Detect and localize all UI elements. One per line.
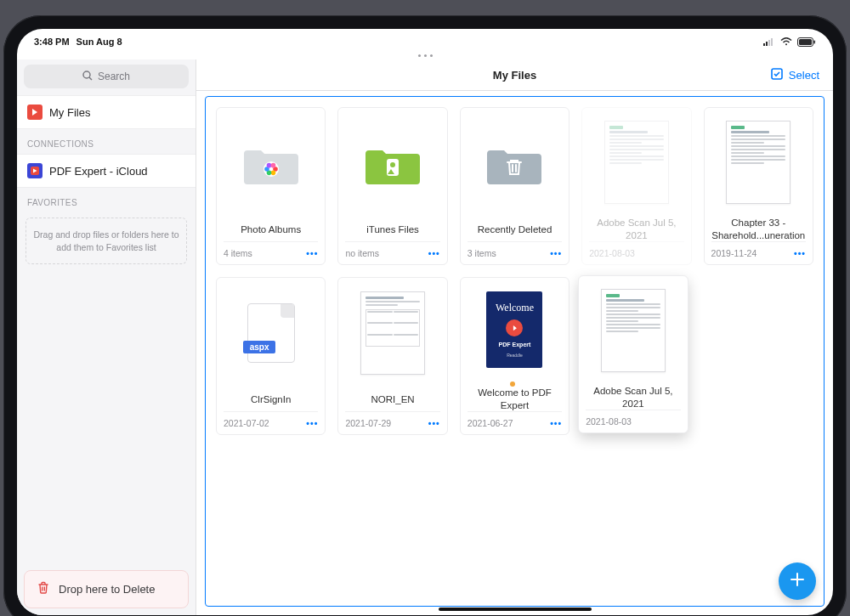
file-meta: 2019-11-24 bbox=[711, 248, 757, 258]
file-tile[interactable]: Recently Deleted 3 items ••• bbox=[460, 107, 570, 265]
svg-point-22 bbox=[390, 162, 395, 167]
home-indicator[interactable] bbox=[439, 608, 592, 611]
file-meta: 2021-07-02 bbox=[224, 418, 269, 428]
svg-point-19 bbox=[266, 162, 271, 167]
favorites-drop-zone[interactable]: Drag and drop files or folders here to a… bbox=[26, 218, 187, 264]
sidebar-item-label: My Files bbox=[49, 106, 90, 119]
search-icon bbox=[82, 71, 93, 83]
svg-rect-6 bbox=[799, 39, 812, 45]
file-more-button[interactable]: ••• bbox=[428, 248, 440, 258]
file-meta: 2021-06-27 bbox=[468, 418, 513, 428]
search-input[interactable]: Search bbox=[24, 65, 189, 88]
file-meta: no items bbox=[345, 248, 379, 258]
svg-point-16 bbox=[270, 170, 275, 175]
content-area: My Files Select Photo Albums 4 items •••… bbox=[196, 59, 833, 615]
file-thumbnail bbox=[345, 113, 439, 212]
trash-icon bbox=[37, 581, 50, 597]
file-tile[interactable]: WelcomePDF ExpertReaddle Welcome to PDF … bbox=[460, 277, 570, 435]
file-tile[interactable]: Chapter 33 - Sharehold...uneration 2019-… bbox=[704, 107, 813, 265]
svg-point-4 bbox=[785, 43, 787, 45]
sidebar-item-pdf-expert-icloud[interactable]: PDF Expert - iCloud bbox=[17, 154, 196, 188]
file-more-button[interactable]: ••• bbox=[428, 418, 440, 428]
wifi-icon bbox=[780, 37, 792, 46]
svg-line-9 bbox=[89, 77, 92, 80]
file-meta: 2021-08-03 bbox=[589, 248, 635, 258]
select-label: Select bbox=[789, 69, 819, 82]
sidebar-item-label: PDF Expert - iCloud bbox=[49, 165, 148, 178]
file-name: Welcome to PDF Expert bbox=[468, 381, 562, 411]
status-bar: 3:48 PM Sun Aug 8 bbox=[17, 29, 833, 51]
cellular-icon bbox=[763, 37, 775, 46]
select-button[interactable]: Select bbox=[770, 59, 819, 90]
file-tile[interactable]: aspx ClrSignIn 2021-07-02 ••• bbox=[216, 277, 326, 435]
status-date: Sun Aug 8 bbox=[76, 37, 122, 47]
file-thumbnail: WelcomePDF ExpertReaddle bbox=[468, 283, 562, 376]
file-thumbnail: aspx bbox=[224, 283, 318, 382]
file-more-button[interactable]: ••• bbox=[306, 248, 318, 258]
my-files-icon bbox=[27, 105, 42, 120]
file-tile[interactable]: NORI_EN 2021-07-29 ••• bbox=[337, 277, 447, 435]
delete-drop-zone[interactable]: Drop here to Delete bbox=[24, 570, 189, 608]
file-thumbnail bbox=[224, 113, 318, 212]
file-meta: 3 items bbox=[468, 248, 496, 258]
delete-drop-label: Drop here to Delete bbox=[59, 583, 155, 596]
sidebar: Search My Files CONNECTIONS PDF Expert -… bbox=[17, 59, 196, 615]
add-button[interactable] bbox=[779, 562, 816, 600]
file-thumbnail bbox=[468, 113, 562, 212]
toolbar: My Files Select bbox=[196, 59, 833, 91]
search-placeholder: Search bbox=[98, 71, 130, 82]
svg-rect-0 bbox=[763, 43, 765, 46]
file-tile[interactable]: Adobe Scan Jul 5, 2021 2021-08-03 bbox=[581, 107, 691, 265]
file-name: iTunes Files bbox=[345, 218, 439, 241]
svg-rect-3 bbox=[771, 38, 773, 46]
svg-point-20 bbox=[270, 162, 275, 167]
plus-icon bbox=[788, 570, 807, 592]
file-thumbnail bbox=[589, 113, 683, 212]
pdf-expert-icon bbox=[27, 163, 42, 178]
file-more-button[interactable]: ••• bbox=[794, 248, 806, 258]
svg-point-8 bbox=[83, 71, 90, 78]
svg-rect-2 bbox=[768, 40, 770, 46]
file-thumbnail bbox=[586, 281, 680, 380]
file-more-button[interactable]: ••• bbox=[550, 248, 562, 258]
status-time: 3:48 PM bbox=[34, 37, 70, 47]
multitask-grabber[interactable] bbox=[17, 51, 833, 59]
file-tile[interactable]: Adobe Scan Jul 5, 2021 2021-08-03 bbox=[578, 275, 688, 433]
svg-rect-1 bbox=[766, 42, 768, 46]
file-thumbnail bbox=[345, 283, 439, 382]
file-meta: 2021-07-29 bbox=[345, 418, 391, 428]
file-name: Photo Albums bbox=[224, 218, 318, 241]
svg-rect-7 bbox=[814, 40, 816, 43]
sidebar-header-favorites: FAVORITES bbox=[17, 188, 196, 212]
files-drop-area[interactable]: Photo Albums 4 items ••• iTunes Files no… bbox=[205, 96, 824, 607]
file-name: Adobe Scan Jul 5, 2021 bbox=[589, 217, 683, 241]
file-name: Adobe Scan Jul 5, 2021 bbox=[586, 385, 680, 410]
page-title: My Files bbox=[493, 69, 536, 82]
file-tile[interactable]: iTunes Files no items ••• bbox=[337, 107, 447, 265]
sidebar-header-connections: CONNECTIONS bbox=[17, 129, 196, 154]
svg-marker-10 bbox=[32, 109, 37, 116]
file-name: Recently Deleted bbox=[468, 218, 562, 241]
battery-icon bbox=[797, 37, 816, 47]
file-more-button[interactable]: ••• bbox=[306, 418, 318, 428]
file-meta: 2021-08-03 bbox=[586, 416, 632, 427]
file-name: ClrSignIn bbox=[224, 387, 318, 411]
file-name: NORI_EN bbox=[345, 387, 439, 411]
file-more-button[interactable]: ••• bbox=[550, 418, 562, 428]
file-tile[interactable]: Photo Albums 4 items ••• bbox=[216, 107, 326, 265]
file-meta: 4 items bbox=[224, 248, 252, 258]
sidebar-item-my-files[interactable]: My Files bbox=[17, 95, 196, 129]
file-thumbnail bbox=[711, 113, 806, 212]
file-name: Chapter 33 - Sharehold...uneration bbox=[711, 217, 806, 241]
checkmark-icon bbox=[770, 67, 784, 83]
